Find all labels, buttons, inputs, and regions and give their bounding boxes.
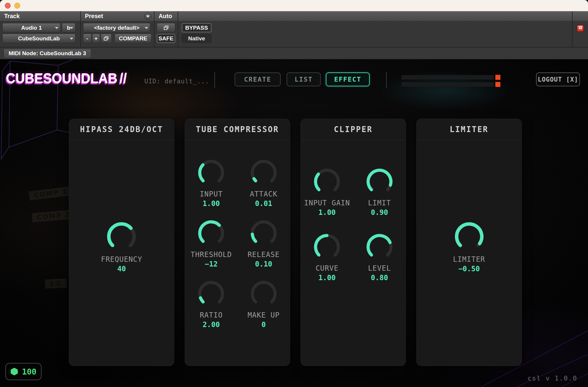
- auto-enable-button[interactable]: [157, 23, 175, 32]
- protools-header: Track Audio 1 b CubeSoundLab: [0, 11, 588, 47]
- preset-section-label: Preset: [81, 11, 154, 21]
- knob-unit-ratio: RATIO 2.00: [197, 280, 225, 329]
- knob-label: ATTACK: [250, 190, 277, 198]
- track-section: Track Audio 1 b CubeSoundLab: [0, 11, 81, 47]
- copy-icon: [104, 36, 109, 41]
- knob-value: 0.01: [255, 199, 272, 208]
- clip-indicator-bottom[interactable]: [495, 82, 500, 87]
- knob-value: 40: [117, 265, 126, 273]
- chevron-down-icon: [70, 27, 73, 29]
- chevron-down-icon: [70, 38, 73, 40]
- knob-unit-input-gain: INPUT GAIN 1.00: [304, 167, 350, 217]
- knob-unit-frequency: FREQUENCY 40: [101, 221, 142, 273]
- tab-list[interactable]: LIST: [287, 72, 321, 86]
- knob-unit-input: INPUT 1.00: [197, 158, 225, 208]
- header-spacer-row: [573, 11, 588, 21]
- chevron-down-icon: [146, 15, 150, 18]
- level-knob[interactable]: [365, 233, 394, 261]
- tab-effect[interactable]: EFFECT: [326, 72, 370, 86]
- preset-previous-button[interactable]: -: [83, 34, 91, 43]
- tab-create[interactable]: CREATE: [235, 72, 281, 86]
- librarian-button[interactable]: [101, 34, 112, 43]
- panel-title: CLIPPER: [301, 119, 406, 140]
- knob-value: 0.80: [371, 274, 388, 282]
- release-knob[interactable]: [249, 219, 278, 248]
- target-icon: [579, 26, 582, 29]
- chevron-down-icon: [55, 27, 59, 29]
- preset-section: Preset <factory default> - +: [81, 11, 154, 47]
- plugin-selector-value: CubeSoundLab: [18, 35, 60, 42]
- panel-title: HIPASS 24DB/OCT: [69, 119, 174, 140]
- background-tape-label: COMP 1: [29, 186, 73, 201]
- knob-value: −12: [205, 260, 218, 268]
- plugin-ui: COMP 1 COMP 2 EQ CUBESOUNDLAB// UID: def…: [0, 59, 588, 387]
- version-label: csl v 1.0.0: [527, 375, 577, 382]
- midi-node-badge: MIDI Node: CubeSoundLab 3: [4, 49, 91, 58]
- native-button[interactable]: Native: [182, 34, 211, 43]
- knob-unit-limit: LIMIT 0.90: [365, 167, 394, 217]
- knob-unit-release: RELEASE 0.10: [248, 219, 280, 268]
- compare-button[interactable]: COMPARE: [115, 34, 151, 43]
- input-gain-knob[interactable]: [313, 167, 341, 196]
- credits-badge[interactable]: 100: [5, 363, 42, 380]
- knob-label: MAKE UP: [248, 311, 280, 319]
- input-knob[interactable]: [197, 158, 225, 187]
- knob-value: −0.50: [458, 265, 480, 273]
- clip-indicator-top[interactable]: [495, 75, 500, 80]
- logout-button[interactable]: LOGOUT [X]: [536, 72, 580, 86]
- divider: [386, 72, 387, 88]
- limiter-knob[interactable]: [453, 221, 485, 252]
- preset-selector-value: <factory default>: [94, 25, 139, 31]
- preset-menu-button[interactable]: [144, 13, 151, 20]
- preset-selector[interactable]: <factory default>: [83, 23, 150, 32]
- insert-slot-selector[interactable]: b: [62, 23, 75, 32]
- ratio-knob[interactable]: [197, 280, 225, 308]
- panel-hipass: HIPASS 24DB/OCT FREQUENCY 40: [69, 119, 174, 366]
- knob-label: LIMITER: [453, 255, 485, 264]
- minimize-button[interactable]: [14, 3, 20, 9]
- panel-title: TUBE COMPRESSOR: [185, 119, 290, 140]
- auto-section: Auto SAFE: [154, 11, 178, 47]
- auto-safe-button[interactable]: SAFE: [157, 34, 175, 43]
- knob-value: 1.00: [318, 208, 336, 217]
- makeup-knob[interactable]: [249, 280, 278, 308]
- knob-value: 1.00: [318, 274, 336, 282]
- preset-next-button[interactable]: +: [92, 34, 100, 43]
- knob-label: FREQUENCY: [101, 255, 142, 264]
- frequency-knob[interactable]: [106, 221, 137, 252]
- bypass-button[interactable]: BYPASS: [182, 23, 211, 32]
- auto-section-label: Auto: [154, 11, 178, 21]
- knob-label: CURVE: [316, 264, 339, 272]
- panel-title: LIMITER: [417, 119, 521, 140]
- close-button[interactable]: [5, 3, 11, 9]
- hexagon-icon: [10, 367, 18, 376]
- knob-unit-level: LEVEL 0.80: [365, 233, 394, 282]
- knob-value: 0.90: [371, 208, 388, 217]
- titlebar: [0, 0, 588, 11]
- header-spacer-row: [178, 11, 572, 21]
- bypass-section: BYPASS Native: [178, 11, 573, 47]
- knob-unit-attack: ATTACK 0.01: [249, 158, 278, 208]
- panel-clipper: CLIPPER INPUT GAIN 1.00 LIMIT 0.90 CURVE…: [301, 119, 406, 366]
- level-meter-bottom: [402, 82, 494, 87]
- knob-label: THRESHOLD: [191, 250, 232, 259]
- attack-knob[interactable]: [249, 158, 278, 187]
- plugin-selector[interactable]: CubeSoundLab: [2, 34, 75, 43]
- target-button[interactable]: [577, 25, 584, 32]
- uid-label: UID: default_...: [144, 78, 209, 85]
- knob-unit-threshold: THRESHOLD −12: [191, 219, 232, 268]
- knob-label: RELEASE: [248, 250, 280, 259]
- target-section: [573, 11, 588, 47]
- knob-label: LIMIT: [368, 199, 391, 207]
- level-meter-top: [402, 75, 494, 80]
- limit-knob[interactable]: [365, 167, 394, 196]
- knob-label: INPUT: [200, 190, 223, 198]
- chevron-down-icon: [145, 27, 148, 29]
- knob-unit-curve: CURVE 1.00: [313, 233, 341, 282]
- knob-unit-makeup: MAKE UP 0: [248, 280, 280, 329]
- track-selector[interactable]: Audio 1: [2, 23, 61, 32]
- curve-knob[interactable]: [313, 233, 341, 261]
- knob-value: 2.00: [203, 321, 220, 329]
- threshold-knob[interactable]: [197, 219, 225, 248]
- background-tape-label: EQ: [45, 278, 67, 289]
